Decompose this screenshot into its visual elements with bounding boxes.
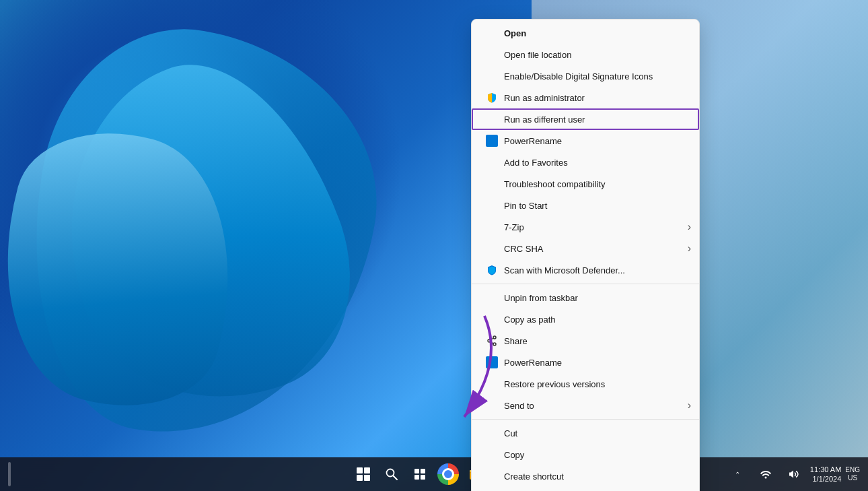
separator-1 (472, 284, 699, 284)
menu-item-run-as-admin[interactable]: Run as administrator (472, 87, 699, 108)
menu-item-enable-disable-sig[interactable]: Enable/Disable Digital Signature Icons (472, 65, 699, 87)
copy-path-icon (485, 313, 499, 326)
menu-item-create-shortcut[interactable]: Create shortcut (472, 465, 699, 487)
show-hidden-icons-button[interactable]: ⌃ (725, 462, 750, 486)
menu-item-delete[interactable]: Delete (472, 487, 699, 491)
menu-item-add-to-favorites[interactable]: Add to Favorites (472, 152, 699, 173)
menu-item-share[interactable]: Share (472, 330, 699, 352)
shield-icon (485, 91, 499, 104)
system-clock[interactable]: 11:30 AM 1/1/2024 (810, 465, 841, 484)
defender-icon (485, 263, 499, 277)
menu-item-pin-to-start[interactable]: Pin to Start (472, 195, 699, 216)
taskbar-left (8, 462, 11, 486)
volume-icon[interactable] (782, 462, 806, 486)
taskbar: ⌃ 11:30 AM 1/1/2024 ENG US (0, 457, 868, 491)
separator-2 (472, 419, 699, 420)
svg-rect-8 (414, 469, 419, 473)
desktop: Open Open file location Enable/Disable D… (0, 0, 868, 491)
svg-line-4 (491, 341, 493, 343)
search-button[interactable] (379, 462, 404, 486)
svg-line-7 (394, 476, 398, 480)
user-icon (485, 112, 499, 126)
folder-icon (485, 48, 499, 61)
svg-rect-10 (414, 475, 419, 480)
menu-item-7zip[interactable]: 7-Zip (472, 216, 699, 238)
share-icon (485, 334, 499, 348)
powerrename2-icon (485, 356, 499, 369)
star-icon (485, 156, 499, 169)
menu-item-unpin-taskbar[interactable]: Unpin from taskbar (472, 287, 699, 308)
restore-icon (485, 377, 499, 391)
network-icon[interactable] (754, 462, 778, 486)
menu-item-scan-defender[interactable]: Scan with Microsoft Defender... (472, 259, 699, 281)
windows-logo (357, 467, 370, 481)
crc-icon (485, 242, 499, 255)
menu-item-send-to[interactable]: Send to (472, 395, 699, 416)
wallpaper (0, 0, 868, 491)
cut-icon (485, 426, 499, 440)
svg-point-1 (488, 339, 491, 342)
menu-item-open[interactable]: Open (472, 22, 699, 44)
taskview-button[interactable] (408, 462, 432, 486)
context-menu: Open Open file location Enable/Disable D… (471, 19, 700, 491)
start-button[interactable] (351, 462, 375, 486)
menu-item-troubleshoot[interactable]: Troubleshoot compatibility (472, 173, 699, 195)
menu-item-powerrename-1[interactable]: PowerRename (472, 130, 699, 152)
shortcut-icon (485, 469, 499, 483)
svg-point-2 (493, 343, 496, 346)
svg-point-16 (764, 477, 766, 479)
unpin-icon (485, 291, 499, 304)
menu-item-powerrename-2[interactable]: PowerRename (472, 352, 699, 373)
menu-item-copy-as-path[interactable]: Copy as path (472, 308, 699, 330)
svg-rect-9 (421, 469, 425, 473)
pin-icon (485, 199, 499, 212)
menu-item-cut[interactable]: Cut (472, 422, 699, 444)
menu-item-open-file-location[interactable]: Open file location (472, 44, 699, 65)
powerrename-icon (485, 134, 499, 148)
sendto-icon (485, 399, 499, 412)
menu-item-run-as-different-user[interactable]: Run as different user (472, 108, 699, 130)
svg-line-3 (491, 338, 493, 340)
open-icon (485, 26, 499, 40)
copy-icon (485, 448, 499, 461)
troubleshoot-icon (485, 177, 499, 191)
menu-item-crc-sha[interactable]: CRC SHA (472, 238, 699, 259)
taskbar-right: ⌃ 11:30 AM 1/1/2024 ENG US (725, 462, 860, 486)
7zip-icon (485, 220, 499, 234)
language-indicator[interactable]: ENG US (845, 466, 860, 482)
chrome-taskbar-icon[interactable] (436, 462, 460, 486)
svg-point-0 (493, 336, 496, 339)
menu-item-copy[interactable]: Copy (472, 444, 699, 465)
sig-icon (485, 69, 499, 83)
menu-item-restore-prev[interactable]: Restore previous versions (472, 373, 699, 395)
chrome-icon (437, 463, 459, 485)
svg-rect-11 (421, 475, 425, 480)
show-desktop-button[interactable] (8, 462, 11, 486)
